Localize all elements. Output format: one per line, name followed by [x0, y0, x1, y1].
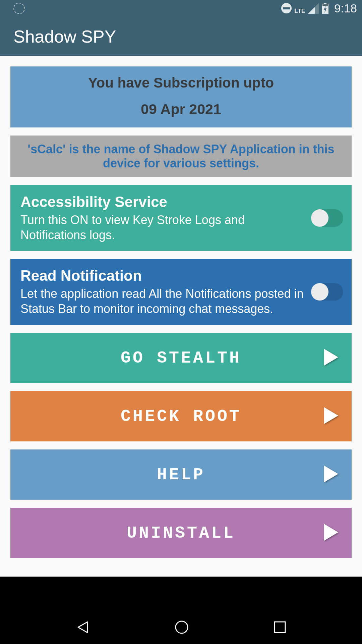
help-button[interactable]: HELP	[10, 449, 352, 500]
status-bar: LTE 9:18	[0, 0, 362, 17]
svg-marker-2	[308, 7, 315, 14]
status-bar-left	[13, 3, 25, 14]
accessibility-service-description: Turn this ON to view Key Stroke Logs and…	[20, 212, 306, 243]
svg-rect-13	[275, 622, 285, 633]
recent-apps-button[interactable]	[273, 620, 287, 635]
subscription-date: 09 Apr 2021	[20, 101, 342, 117]
uninstall-button[interactable]: UNINSTALL	[10, 508, 352, 558]
subscription-title: You have Subscription upto	[20, 75, 342, 91]
play-icon	[324, 407, 338, 425]
read-notification-text: Read Notification Let the application re…	[20, 267, 306, 316]
go-stealth-label: GO STEALTH	[121, 348, 241, 368]
read-notification-toggle[interactable]	[312, 283, 343, 301]
read-notification-title: Read Notification	[20, 267, 306, 284]
app-title: Shadow SPY	[13, 26, 116, 47]
svg-marker-7	[324, 349, 338, 366]
play-icon	[324, 524, 338, 542]
accessibility-service-card[interactable]: Accessibility Service Turn this ON to vi…	[10, 185, 352, 251]
play-icon	[324, 349, 338, 367]
back-button[interactable]	[75, 619, 91, 635]
uninstall-label: UNINSTALL	[127, 524, 235, 543]
home-button[interactable]	[174, 619, 190, 635]
black-bar	[0, 577, 362, 610]
signal-icon	[308, 3, 319, 14]
check-root-label: CHECK ROOT	[121, 407, 241, 426]
time-text: 9:18	[334, 2, 357, 15]
svg-marker-8	[324, 407, 338, 424]
help-label: HELP	[157, 465, 205, 484]
svg-marker-11	[78, 622, 87, 633]
navigation-bar	[0, 610, 362, 644]
accessibility-service-title: Accessibility Service	[20, 194, 306, 210]
subscription-card: You have Subscription upto 09 Apr 2021	[10, 66, 352, 127]
check-root-button[interactable]: CHECK ROOT	[10, 391, 352, 441]
app-alias-info-text: 'sCalc' is the name of Shadow SPY Applic…	[20, 142, 342, 170]
app-alias-info-card: 'sCalc' is the name of Shadow SPY Applic…	[10, 136, 352, 177]
battery-charging-icon	[321, 3, 329, 14]
svg-marker-9	[324, 466, 338, 482]
svg-rect-0	[283, 7, 290, 9]
accessibility-service-toggle[interactable]	[312, 209, 343, 227]
svg-point-12	[176, 621, 188, 633]
app-bar: Shadow SPY	[0, 17, 362, 56]
content-area: You have Subscription upto 09 Apr 2021 '…	[0, 56, 362, 577]
loading-spinner-icon	[13, 3, 25, 14]
toggle-knob	[311, 283, 328, 301]
go-stealth-button[interactable]: GO STEALTH	[10, 333, 352, 383]
play-icon	[324, 466, 338, 484]
read-notification-card[interactable]: Read Notification Let the application re…	[10, 259, 352, 325]
do-not-disturb-icon	[281, 3, 292, 13]
status-bar-right: LTE 9:18	[281, 2, 357, 15]
accessibility-service-text: Accessibility Service Turn this ON to vi…	[20, 194, 306, 243]
network-type-label: LTE	[294, 8, 305, 15]
read-notification-description: Let the application read All the Notific…	[20, 286, 306, 316]
svg-marker-10	[324, 524, 338, 541]
toggle-knob	[311, 209, 328, 227]
